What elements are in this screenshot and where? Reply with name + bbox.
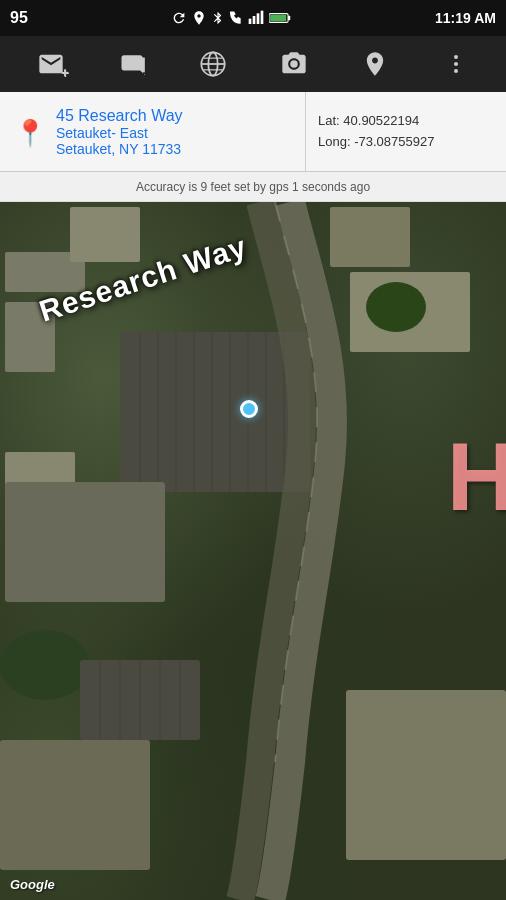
map-building-bottom-right: [346, 690, 506, 860]
map-view[interactable]: Research Way H Google: [0, 202, 506, 900]
pin-icon: [361, 50, 389, 78]
address-panel: 📍 45 Research Way Setauket- East Setauke…: [0, 92, 506, 172]
svg-rect-5: [288, 16, 290, 20]
svg-rect-3: [261, 11, 264, 24]
battery-icon: [269, 11, 291, 25]
location-dot: [240, 400, 258, 418]
google-watermark: Google: [10, 877, 55, 892]
status-time: 11:19 AM: [435, 10, 496, 26]
add-comment-button[interactable]: +: [110, 42, 154, 86]
globe-icon: [199, 50, 227, 78]
more-menu-button[interactable]: [434, 42, 478, 86]
long-label: Long:: [318, 134, 351, 149]
top-nav: + +: [0, 36, 506, 92]
email-icon: [37, 50, 65, 78]
svg-rect-2: [257, 13, 260, 24]
location-button[interactable]: [353, 42, 397, 86]
longitude-line: Long: -73.08755927: [318, 132, 494, 153]
camera-button[interactable]: [272, 42, 316, 86]
lat-label: Lat:: [318, 113, 340, 128]
map-background: Research Way H Google: [0, 202, 506, 900]
address-line3: Setauket, NY 11733: [56, 141, 183, 157]
bluetooth-icon: [211, 10, 225, 26]
refresh-icon: [171, 10, 187, 26]
accuracy-text: Accuracy is 9 feet set by gps 1 seconds …: [136, 180, 370, 194]
address-line2: Setauket- East: [56, 125, 183, 141]
phone-icon: [229, 10, 243, 26]
parking-lines-svg: [120, 332, 310, 492]
comment-icon: [118, 50, 146, 78]
map-pin-icon: 📍: [14, 118, 46, 149]
latitude-line: Lat: 40.90522194: [318, 111, 494, 132]
address-left-section: 📍 45 Research Way Setauket- East Setauke…: [0, 92, 306, 171]
map-building-bottom-left: [0, 740, 150, 870]
status-icons: [171, 10, 291, 26]
compose-email-button[interactable]: +: [29, 42, 73, 86]
long-value: -73.08755927: [354, 134, 434, 149]
status-bar: 95 11:19 AM: [0, 0, 506, 36]
map-parking-bottom: [80, 660, 200, 740]
coordinates-section: Lat: 40.90522194 Long: -73.08755927: [306, 92, 506, 171]
map-building-top-right: [330, 207, 410, 267]
accuracy-bar: Accuracy is 9 feet set by gps 1 seconds …: [0, 172, 506, 202]
map-building-main-left: [5, 482, 165, 602]
svg-rect-6: [271, 15, 287, 22]
camera-icon: [280, 50, 308, 78]
map-building-top-center: [70, 207, 140, 262]
three-dots-icon: [454, 55, 458, 73]
address-text-block: 45 Research Way Setauket- East Setauket,…: [56, 107, 183, 157]
map-parking-lot: [120, 332, 310, 492]
svg-rect-0: [249, 19, 252, 24]
globe-button[interactable]: [191, 42, 235, 86]
lat-value: 40.90522194: [343, 113, 419, 128]
bottom-parking-lines: [80, 660, 200, 740]
signal-strength: 95: [10, 9, 28, 27]
signal-bars-icon: [247, 10, 265, 26]
map-tree-area: [0, 630, 90, 700]
map-tree-area-2: [366, 282, 426, 332]
svg-rect-1: [253, 16, 256, 24]
gps-icon: [191, 10, 207, 26]
map-letter-h: H: [447, 422, 506, 532]
address-line1: 45 Research Way: [56, 107, 183, 125]
